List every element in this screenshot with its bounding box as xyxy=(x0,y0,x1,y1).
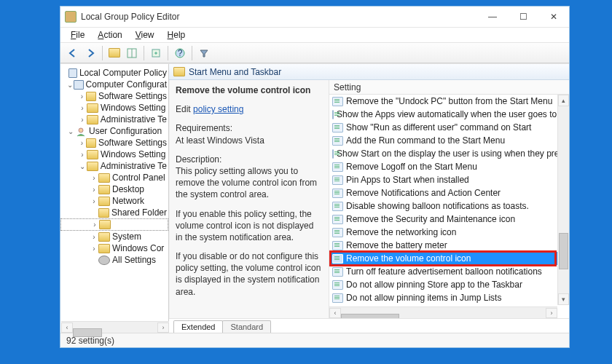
setting-label: Remove Notifications and Action Center xyxy=(346,188,501,198)
folder-icon xyxy=(98,208,109,218)
policy-icon xyxy=(332,175,343,185)
tree-all-settings[interactable]: All Settings xyxy=(60,254,168,266)
column-header-setting[interactable]: Setting xyxy=(329,80,569,95)
tree-start-menu-taskbar[interactable]: › xyxy=(60,218,168,231)
setting-item[interactable]: Remove the Security and Maintenance icon xyxy=(329,213,569,226)
tree-computer-config[interactable]: ⌄Computer Configurat xyxy=(60,79,168,90)
tree-uc-windows[interactable]: ›Windows Setting xyxy=(60,149,168,160)
toolbar: ? xyxy=(60,43,569,63)
policy-icon xyxy=(332,202,343,211)
export-button[interactable] xyxy=(148,45,164,61)
statusbar: 92 setting(s) xyxy=(60,333,569,347)
setting-item[interactable]: Remove the "Undock PC" button from the S… xyxy=(329,95,569,108)
tree-cc-windows[interactable]: ›Windows Setting xyxy=(60,102,168,114)
setting-label: Remove Logoff on the Start Menu xyxy=(346,162,477,172)
tree-cc-admin[interactable]: ›Administrative Te xyxy=(60,114,168,125)
policy-icon xyxy=(332,136,343,146)
menu-view[interactable]: View xyxy=(130,28,160,41)
close-button[interactable]: ✕ xyxy=(538,7,569,27)
tree-desktop[interactable]: ›Desktop xyxy=(60,183,168,195)
edit-policy-link[interactable]: policy setting xyxy=(193,104,243,114)
setting-item[interactable]: Show the Apps view automatically when th… xyxy=(329,108,569,121)
scroll-down-button[interactable]: ▾ xyxy=(558,293,569,305)
maximize-button[interactable]: ☐ xyxy=(508,7,538,27)
policy-icon xyxy=(332,110,334,119)
description-p3: If you disable or do not configure this … xyxy=(176,250,323,298)
user-icon xyxy=(75,127,87,136)
up-button[interactable] xyxy=(106,45,122,61)
tab-extended[interactable]: Extended xyxy=(173,320,223,333)
folder-icon xyxy=(98,232,110,242)
tab-standard[interactable]: Standard xyxy=(222,320,271,333)
scroll-up-button[interactable]: ▴ xyxy=(558,95,569,106)
list-scroll-right[interactable]: › xyxy=(546,308,557,318)
tree-scroll-left[interactable]: ‹ xyxy=(61,323,73,333)
breadcrumb: Start Menu and Taskbar xyxy=(169,64,569,80)
tree-root[interactable]: Local Computer Policy xyxy=(60,67,168,79)
folder-icon xyxy=(86,138,96,148)
menubar: File Action View Help xyxy=(60,27,569,43)
list-scroll-left[interactable]: ‹ xyxy=(329,308,341,318)
show-hide-button[interactable] xyxy=(124,45,140,61)
setting-label: Remove the Security and Maintenance icon xyxy=(346,214,515,224)
setting-item[interactable]: Pin Apps to Start when installed xyxy=(329,173,569,186)
setting-label: Do not allow pinning Store app to the Ta… xyxy=(346,280,522,290)
setting-item[interactable]: Disable showing balloon notifications as… xyxy=(329,199,569,213)
setting-item[interactable]: Show "Run as different user" command on … xyxy=(329,121,569,134)
policy-icon xyxy=(332,97,343,106)
menu-action[interactable]: Action xyxy=(92,28,128,41)
policy-icon xyxy=(332,254,343,264)
setting-label: Turn off feature advertisement balloon n… xyxy=(346,266,542,277)
setting-item[interactable]: Remove the volume control icon xyxy=(329,252,569,265)
list-vscrollbar[interactable]: ▴ ▾ xyxy=(557,95,569,305)
setting-item[interactable]: Turn off feature advertisement balloon n… xyxy=(329,265,569,278)
detail-pane: Remove the volume control icon Edit poli… xyxy=(169,80,329,318)
filter-button[interactable] xyxy=(196,45,212,61)
tree-cc-software[interactable]: ›Software Settings xyxy=(60,90,168,102)
tree-network[interactable]: ›Network xyxy=(60,195,168,207)
tree-control-panel[interactable]: ›Control Panel xyxy=(60,172,168,183)
app-icon xyxy=(65,11,76,23)
tree-system[interactable]: ›System xyxy=(60,231,168,242)
gpedit-window: Local Group Policy Editor — ☐ ✕ File Act… xyxy=(60,6,570,348)
setting-item[interactable]: Do not allow pinning items in Jump Lists xyxy=(329,291,569,304)
setting-item[interactable]: Remove Notifications and Action Center xyxy=(329,186,569,199)
settings-list[interactable]: Setting Remove the "Undock PC" button fr… xyxy=(329,80,569,318)
forward-button[interactable] xyxy=(82,45,98,61)
tree-uc-software[interactable]: ›Software Settings xyxy=(60,137,168,149)
setting-item[interactable]: Remove Logoff on the Start Menu xyxy=(329,160,569,173)
tree-pane[interactable]: Local Computer Policy ⌄Computer Configur… xyxy=(60,64,169,333)
minimize-button[interactable]: — xyxy=(477,7,508,27)
setting-label: Show Start on the display the user is us… xyxy=(337,149,569,159)
list-hscroll-thumb[interactable] xyxy=(341,314,399,319)
tree-shared-folders[interactable]: Shared Folder xyxy=(60,207,168,218)
setting-item[interactable]: Show Start on the display the user is us… xyxy=(329,147,569,160)
setting-label: Remove the battery meter xyxy=(346,240,447,250)
back-button[interactable] xyxy=(65,45,81,61)
tree-uc-admin[interactable]: ⌄Administrative Te xyxy=(60,160,168,172)
tree-scroll-thumb[interactable] xyxy=(73,328,102,333)
setting-item[interactable]: Add the Run command to the Start Menu xyxy=(329,134,569,147)
setting-label: Do not allow pinning items in Jump Lists xyxy=(346,293,501,303)
policy-icon xyxy=(332,293,343,303)
setting-item[interactable]: Remove the networking icon xyxy=(329,226,569,239)
policy-icon xyxy=(332,280,343,290)
description-label: Description: xyxy=(176,154,323,165)
folder-icon xyxy=(87,115,98,124)
tree-scroll-right[interactable]: › xyxy=(157,323,169,333)
menu-file[interactable]: File xyxy=(65,28,90,41)
policy-icon xyxy=(68,68,77,78)
tree-windows-components[interactable]: ›Windows Cor xyxy=(60,242,168,254)
setting-item[interactable]: Remove the battery meter xyxy=(329,239,569,252)
setting-item[interactable]: Do not allow pinning Store app to the Ta… xyxy=(329,278,569,291)
policy-icon xyxy=(332,162,343,172)
scroll-thumb[interactable] xyxy=(559,233,568,269)
titlebar[interactable]: Local Group Policy Editor — ☐ ✕ xyxy=(60,7,569,27)
setting-label: Remove the volume control icon xyxy=(346,253,471,264)
help-button[interactable]: ? xyxy=(172,45,188,61)
folder-icon xyxy=(98,197,110,206)
menu-help[interactable]: Help xyxy=(162,28,192,41)
setting-label: Add the Run command to the Start Menu xyxy=(346,135,505,146)
tree-user-config[interactable]: ⌄User Configuration xyxy=(60,125,168,137)
requirements-label: Requirements: xyxy=(176,122,323,134)
